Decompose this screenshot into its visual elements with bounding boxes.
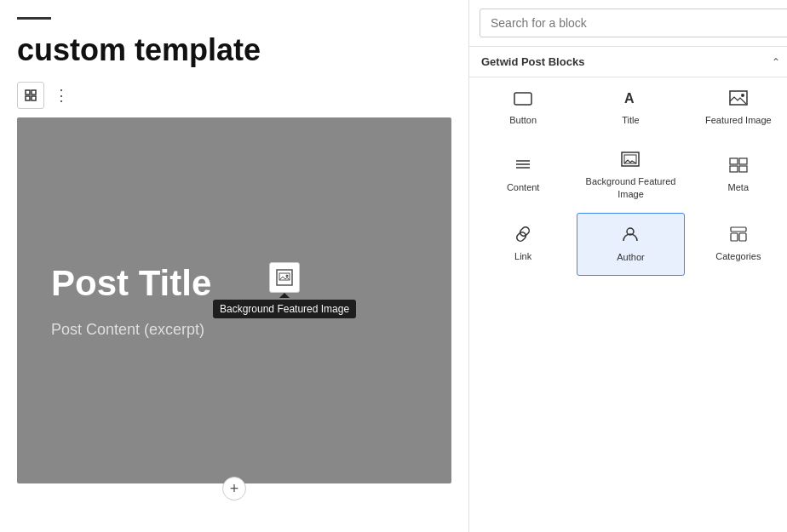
svg-rect-22 — [731, 233, 738, 241]
svg-rect-16 — [730, 158, 738, 164]
toolbar-icon-btn[interactable] — [17, 82, 44, 109]
block-item-featured-image[interactable]: Featured Image — [685, 77, 787, 139]
svg-point-6 — [286, 275, 289, 277]
svg-point-10 — [741, 94, 744, 97]
search-bar — [469, 0, 787, 47]
category-label: Getwid Post Blocks — [481, 55, 584, 68]
background-featured-image-icon — [621, 152, 640, 170]
author-icon — [622, 226, 639, 246]
svg-rect-17 — [739, 158, 747, 164]
featured-image-icon — [729, 90, 748, 109]
content-icon — [514, 157, 531, 176]
block-item-link[interactable]: Link — [469, 213, 577, 276]
link-icon — [514, 226, 531, 245]
block-item-categories[interactable]: Categories — [685, 213, 787, 276]
block-label-author: Author — [617, 251, 644, 263]
meta-icon — [729, 157, 748, 176]
category-chevron-icon: ⌃ — [772, 56, 780, 68]
editor-title: custom template — [17, 31, 451, 68]
block-label-categories: Categories — [715, 250, 761, 262]
bg-tooltip-label: Background Featured Image — [213, 300, 356, 318]
canvas-block: Post Title Post Content (excerpt) Backgr… — [17, 117, 451, 483]
title-icon: A — [623, 90, 638, 109]
svg-rect-18 — [730, 166, 738, 172]
canvas-add-button[interactable]: + — [222, 477, 246, 501]
svg-rect-21 — [731, 227, 746, 232]
editor-top-line — [17, 17, 51, 20]
blocks-grid: ButtonATitleFeatured ImageContentBackgro… — [469, 77, 787, 276]
bg-featured-image-tooltip: Background Featured Image — [213, 262, 356, 318]
featured-image-icon — [276, 269, 293, 286]
block-label-meta: Meta — [728, 181, 749, 193]
svg-rect-0 — [26, 90, 30, 94]
grid-icon — [25, 89, 37, 101]
block-label-title: Title — [622, 114, 639, 126]
svg-rect-19 — [739, 166, 747, 172]
block-label-featured-image: Featured Image — [705, 114, 772, 126]
block-item-meta[interactable]: Meta — [685, 139, 787, 213]
svg-rect-3 — [32, 96, 36, 100]
block-item-content[interactable]: Content — [469, 139, 577, 213]
svg-rect-7 — [514, 93, 531, 105]
editor-area: custom template ⋮ Post Title Post Conten… — [0, 0, 468, 532]
block-item-button[interactable]: Button — [469, 77, 577, 139]
block-item-title[interactable]: ATitle — [577, 77, 684, 139]
svg-rect-23 — [739, 233, 746, 241]
svg-rect-2 — [26, 96, 30, 100]
block-label-link: Link — [514, 250, 531, 262]
svg-rect-1 — [32, 90, 36, 94]
block-picker-panel: Getwid Post Blocks ⌃ ButtonATitleFeature… — [468, 0, 787, 532]
category-header[interactable]: Getwid Post Blocks ⌃ — [469, 47, 787, 77]
svg-text:A: A — [624, 91, 635, 106]
block-label-button: Button — [509, 114, 537, 126]
block-label-content: Content — [507, 181, 540, 193]
button-icon — [514, 90, 532, 109]
blocks-main: Getwid Post Blocks ⌃ ButtonATitleFeature… — [469, 47, 787, 532]
tooltip-arrow — [279, 293, 290, 298]
block-item-background-featured-image[interactable]: Background Featured Image — [577, 139, 684, 213]
search-input[interactable] — [480, 9, 787, 37]
categories-icon — [730, 226, 747, 245]
canvas-post-title: Post Title — [51, 263, 211, 304]
toolbar-dots-btn[interactable]: ⋮ — [48, 82, 75, 109]
block-item-author[interactable]: Author — [577, 213, 684, 276]
canvas-post-content: Post Content (excerpt) — [51, 321, 204, 339]
block-picker-content: Getwid Post Blocks ⌃ ButtonATitleFeature… — [469, 47, 787, 532]
block-label-background-featured-image: Background Featured Image — [584, 175, 676, 200]
editor-toolbar: ⋮ — [17, 82, 451, 109]
bg-featured-image-icon[interactable] — [269, 262, 300, 293]
